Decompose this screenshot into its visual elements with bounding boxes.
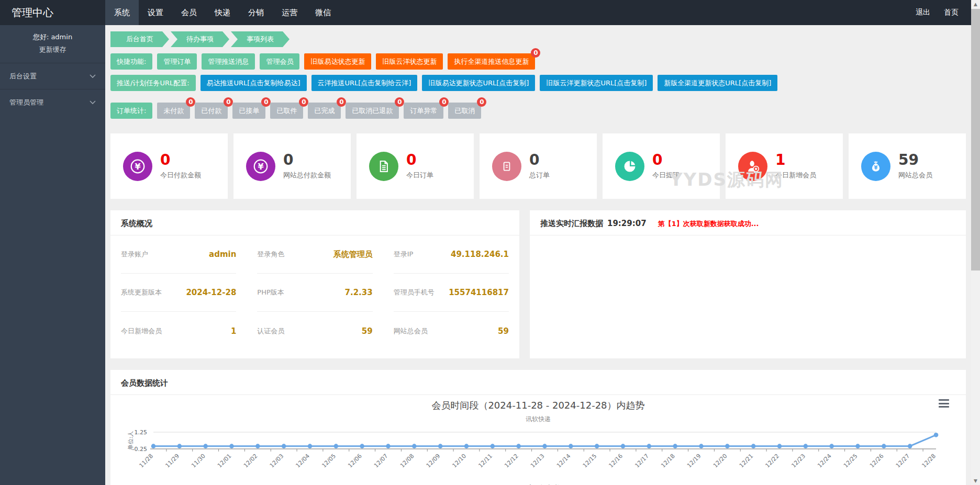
svg-text:12/03: 12/03	[269, 453, 285, 469]
push-url-button[interactable]: 易达推送URL[点击复制给易达]	[201, 75, 307, 91]
push-url-row: 推送/计划任务URL配置:易达推送URL[点击复制给易达]云洋推送URL[点击复…	[110, 75, 966, 91]
push-url-button[interactable]: 旧版易达更新状态URL[点击复制]	[422, 75, 535, 91]
system-overview-grid: 登录账户admin登录角色系统管理员登录IP49.118.246.1系统更新版本…	[110, 235, 519, 350]
push-report-status: 第【1】次获取新数据获取成功...	[658, 219, 759, 229]
push-url-button[interactable]: 云洋推送URL[点击复制给云洋]	[311, 75, 418, 91]
top-bar: 管理中心 系统设置会员快递分销运营微信 退出首页	[0, 0, 971, 25]
sidebar-menu[interactable]: 管理员管理	[0, 89, 105, 115]
svg-text:12/28: 12/28	[921, 453, 938, 469]
system-overview-title: 系统概况	[121, 219, 152, 229]
breadcrumb-item[interactable]: 待办事项	[171, 31, 229, 47]
refresh-cache-link[interactable]: 更新缓存	[0, 42, 105, 63]
main-content: 后台首页待办事项事项列表 快捷功能:管理订单管理推送消息管理会员旧版易达状态更新…	[105, 25, 971, 485]
order-stat-button[interactable]: 订单异常0	[404, 103, 443, 119]
nav-tab[interactable]: 分销	[239, 0, 273, 25]
stat-card-label: 今日提现	[652, 171, 680, 180]
overview-value: 1	[231, 326, 236, 336]
sidebar-menu[interactable]: 后台设置	[0, 63, 105, 89]
stat-card-label: 今日订单	[406, 171, 433, 180]
chart-title: 会员时间段（2024-11-28 - 2024-12-28）内趋势	[110, 399, 966, 412]
order-stat-button[interactable]: 已完成0	[308, 103, 341, 119]
sidebar-menu-label: 管理员管理	[9, 89, 43, 115]
chevron-down-icon	[90, 100, 96, 105]
svg-text:12/01: 12/01	[216, 453, 233, 469]
stat-card-value: 59	[898, 152, 932, 168]
order-stat-label: 订单统计:	[110, 103, 152, 119]
count-badge: 0	[477, 97, 486, 107]
chart-toolbox-menu-icon[interactable]	[939, 399, 949, 408]
quick-action-button[interactable]: 管理会员	[260, 53, 299, 70]
order-stat-button[interactable]: 已取消0	[448, 103, 481, 119]
count-badge: 0	[224, 97, 233, 107]
svg-text:¥: ¥	[874, 165, 878, 171]
stat-card-label: 网站总付款金额	[283, 171, 331, 180]
trend-chart-svg: 1.25-0.25单位:人11/2811/2911/3012/0112/0212…	[121, 426, 955, 480]
stat-card-label: 总订单	[529, 171, 550, 180]
overview-label: 认证会员	[257, 326, 284, 336]
overview-value: 59	[498, 326, 509, 336]
svg-text:12/07: 12/07	[373, 453, 389, 469]
order-stats-row: 订单统计:未付款0已付款0已接单0已取件0已完成0已取消已退款0订单异常0已取消…	[110, 103, 966, 119]
system-overview-panel: 系统概况 登录账户admin登录角色系统管理员登录IP49.118.246.1系…	[110, 210, 519, 358]
vertical-scrollbar[interactable]: ▲ ▼	[971, 0, 980, 485]
svg-text:12/05: 12/05	[320, 453, 337, 469]
quick-action-button[interactable]: 管理订单	[157, 53, 197, 70]
stat-card: ¥0今日付款金额	[110, 133, 228, 199]
breadcrumb-item[interactable]: 事项列表	[231, 31, 289, 47]
svg-text:12/04: 12/04	[295, 453, 311, 469]
quick-action-button[interactable]: 管理推送消息	[202, 53, 255, 70]
top-link[interactable]: 退出	[916, 8, 930, 17]
stat-card-label: 网站总会员	[898, 171, 932, 180]
quick-actions-row: 快捷功能:管理订单管理推送消息管理会员旧版易达状态更新旧版云洋状态更新执行全渠道…	[110, 53, 966, 70]
push-url-button[interactable]: 旧版云洋更新状态URL[点击复制]	[540, 75, 653, 91]
stat-card-label: 今日付款金额	[160, 171, 201, 180]
stat-card-value: 0	[283, 152, 331, 168]
count-badge: 0	[337, 97, 346, 107]
scroll-down-icon[interactable]: ▼	[971, 477, 980, 485]
svg-text:1.25: 1.25	[135, 429, 148, 436]
sidebar-greeting: 您好: admin	[0, 25, 105, 42]
overview-label: 系统更新版本	[121, 288, 162, 297]
breadcrumb-item[interactable]: 后台首页	[110, 31, 169, 47]
stat-card: 0今日提现	[603, 133, 720, 199]
svg-text:12/02: 12/02	[242, 453, 259, 469]
order-stat-button[interactable]: 已取消已退款0	[346, 103, 399, 119]
nav-tab[interactable]: 快递	[206, 0, 239, 25]
main-nav: 系统设置会员快递分销运营微信	[105, 0, 340, 25]
svg-text:12/10: 12/10	[451, 453, 468, 469]
order-stat-button[interactable]: 已接单0	[232, 103, 265, 119]
nav-tab[interactable]: 设置	[139, 0, 172, 25]
push-report-panel: 推送实时汇报数据 19:29:07 第【1】次获取新数据获取成功...	[530, 210, 966, 358]
stat-card: 0总订单	[480, 133, 597, 199]
svg-text:¥: ¥	[135, 161, 140, 171]
count-badge: 0	[395, 97, 404, 107]
push-url-button[interactable]: 新版全渠道更新状态URL[点击复制]	[658, 75, 777, 91]
nav-tab[interactable]: 系统	[105, 0, 139, 25]
list-icon	[492, 152, 521, 181]
stat-card-value: 0	[529, 152, 550, 168]
quick-action-button[interactable]: 执行全渠道推送信息更新0	[448, 53, 535, 70]
order-stat-button[interactable]: 未付款0	[157, 103, 190, 119]
count-badge: 0	[531, 48, 540, 58]
svg-text:12/25: 12/25	[842, 453, 859, 469]
order-stat-button[interactable]: 已取件0	[270, 103, 303, 119]
quick-action-button[interactable]: 旧版云洋状态更新	[376, 53, 443, 70]
scrollbar-thumb[interactable]	[971, 9, 980, 270]
nav-tab[interactable]: 会员	[172, 0, 206, 25]
count-badge: 0	[186, 97, 195, 107]
svg-text:12/12: 12/12	[503, 453, 520, 469]
stat-card: ¥59网站总会员	[849, 133, 966, 199]
overview-value: admin	[209, 250, 236, 259]
pie-icon	[615, 152, 644, 181]
nav-tab[interactable]: 运营	[273, 0, 306, 25]
top-link[interactable]: 首页	[944, 8, 959, 17]
svg-text:12/15: 12/15	[582, 453, 598, 469]
scroll-up-icon[interactable]: ▲	[971, 0, 980, 8]
order-stat-button[interactable]: 已付款0	[195, 103, 228, 119]
stat-card: ¥0网站总付款金额	[233, 133, 351, 199]
stat-card-value: 1	[775, 152, 816, 168]
svg-text:11/29: 11/29	[164, 453, 181, 469]
count-badge: 0	[299, 97, 308, 107]
nav-tab[interactable]: 微信	[306, 0, 340, 25]
quick-action-button[interactable]: 旧版易达状态更新	[304, 53, 371, 70]
